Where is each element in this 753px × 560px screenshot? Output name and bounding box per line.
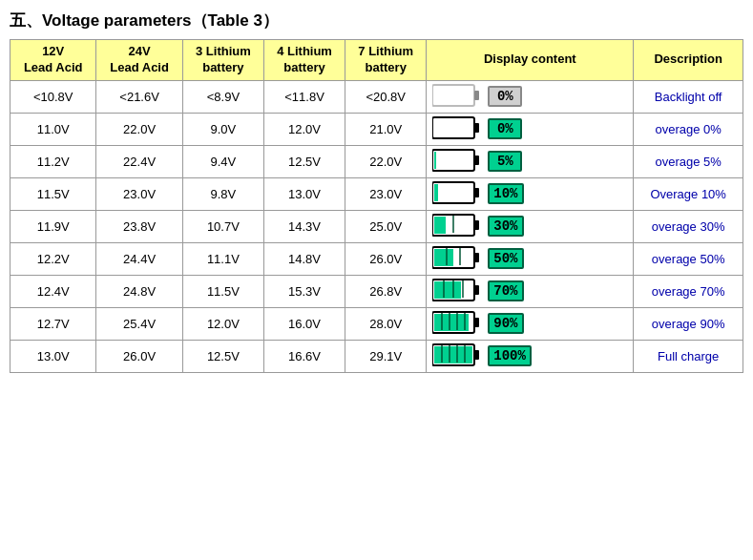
- cell-v7: 29.1V: [345, 340, 427, 372]
- header-3li: 3 Lithiumbattery: [182, 40, 263, 81]
- header-7li: 7 Lithiumbattery: [345, 40, 427, 81]
- battery-icon: [432, 181, 485, 207]
- cell-v4: 12.5V: [263, 145, 345, 177]
- table-row: 12.7V25.4V12.0V16.0V28.0V 90%overage 90%: [10, 307, 743, 340]
- svg-rect-13: [474, 220, 479, 230]
- cell-display: 0%: [427, 80, 634, 113]
- cell-v4: 15.3V: [263, 275, 345, 307]
- cell-v4: 16.0V: [263, 307, 345, 340]
- cell-v12: 12.7V: [10, 307, 96, 340]
- lcd-display: 100%: [488, 345, 532, 366]
- table-row: 12.2V24.4V11.1V14.8V26.0V 50%overage 50%: [10, 242, 743, 275]
- svg-rect-6: [474, 156, 479, 165]
- page-title: 五、Voltage parameters（Table 3）: [10, 10, 743, 31]
- cell-display: 100%: [427, 340, 634, 372]
- svg-rect-24: [474, 285, 479, 295]
- svg-rect-7: [432, 182, 474, 203]
- cell-v3: 9.0V: [182, 113, 263, 145]
- battery-icon: [432, 246, 485, 272]
- cell-v4: 13.0V: [263, 177, 345, 210]
- svg-rect-9: [474, 188, 479, 197]
- svg-rect-15: [434, 249, 453, 266]
- table-row: 13.0V26.0V12.5V16.6V29.1V 100%Full charg…: [10, 340, 743, 372]
- cell-v24: 26.0V: [96, 340, 182, 372]
- svg-rect-18: [474, 253, 479, 262]
- cell-v3: 11.1V: [182, 242, 263, 275]
- cell-v7: 26.8V: [345, 275, 427, 307]
- header-12v: 12VLead Acid: [10, 40, 96, 81]
- battery-icon: [432, 279, 485, 304]
- header-display: Display content: [427, 40, 634, 81]
- svg-rect-11: [434, 217, 446, 234]
- header-description: Description: [634, 40, 743, 81]
- table-row: 11.2V22.4V9.4V12.5V22.0V 5%overage 5%: [10, 145, 743, 177]
- lcd-display: 0%: [488, 118, 522, 139]
- battery-icon: [432, 149, 485, 175]
- svg-rect-8: [434, 184, 438, 201]
- svg-rect-38: [474, 350, 479, 360]
- lcd-display: 90%: [488, 313, 523, 334]
- cell-v4: <11.8V: [263, 80, 345, 113]
- cell-v3: 10.7V: [182, 210, 263, 242]
- cell-description: overage 70%: [634, 275, 743, 307]
- cell-display: 90%: [427, 307, 634, 340]
- cell-v12: 11.0V: [10, 113, 96, 145]
- cell-v7: 21.0V: [345, 113, 427, 145]
- svg-rect-20: [434, 281, 461, 299]
- cell-v3: 12.5V: [182, 340, 263, 372]
- cell-v7: 26.0V: [345, 242, 427, 275]
- cell-description: Backlight off: [634, 80, 743, 113]
- table-row: 11.9V23.8V10.7V14.3V25.0V 30%overage 30%: [10, 210, 743, 242]
- cell-display: 5%: [427, 145, 634, 177]
- battery-icon: [432, 311, 485, 337]
- svg-rect-5: [434, 152, 436, 169]
- lcd-display: 10%: [488, 183, 523, 204]
- cell-display: 10%: [427, 177, 634, 210]
- cell-v4: 14.3V: [263, 210, 345, 242]
- cell-v7: 22.0V: [345, 145, 427, 177]
- cell-v4: 14.8V: [263, 242, 345, 275]
- cell-v12: 12.4V: [10, 275, 96, 307]
- table-row: 11.5V23.0V9.8V13.0V23.0V 10%Overage 10%: [10, 177, 743, 210]
- cell-description: Overage 10%: [634, 177, 743, 210]
- svg-rect-1: [474, 91, 479, 100]
- cell-v3: 9.4V: [182, 145, 263, 177]
- cell-v3: 9.8V: [182, 177, 263, 210]
- cell-description: overage 90%: [634, 307, 743, 340]
- cell-v24: <21.6V: [96, 80, 182, 113]
- cell-v7: 25.0V: [345, 210, 427, 242]
- lcd-display: 0%: [488, 86, 522, 107]
- cell-display: 0%: [427, 113, 634, 145]
- cell-v24: 24.8V: [96, 275, 182, 307]
- cell-v7: 28.0V: [345, 307, 427, 340]
- table-row: 12.4V24.8V11.5V15.3V26.8V 70%overage 70%: [10, 275, 743, 307]
- battery-icon: [432, 343, 485, 369]
- cell-description: overage 30%: [634, 210, 743, 242]
- cell-v12: 11.5V: [10, 177, 96, 210]
- table-row: 11.0V22.0V9.0V12.0V21.0V 0%overage 0%: [10, 113, 743, 145]
- battery-icon: [432, 84, 485, 110]
- cell-v24: 22.0V: [96, 113, 182, 145]
- cell-v24: 22.4V: [96, 145, 182, 177]
- cell-v24: 23.0V: [96, 177, 182, 210]
- table-header-row: 12VLead Acid 24VLead Acid 3 Lithiumbatte…: [10, 40, 743, 81]
- svg-rect-0: [432, 85, 474, 106]
- cell-description: overage 5%: [634, 145, 743, 177]
- lcd-display: 70%: [488, 280, 523, 301]
- cell-description: Full charge: [634, 340, 743, 372]
- cell-v4: 16.6V: [263, 340, 345, 372]
- svg-rect-2: [432, 117, 474, 138]
- header-24v: 24VLead Acid: [96, 40, 182, 81]
- cell-display: 70%: [427, 275, 634, 307]
- cell-v12: 11.9V: [10, 210, 96, 242]
- cell-v3: 11.5V: [182, 275, 263, 307]
- cell-v3: <8.9V: [182, 80, 263, 113]
- cell-description: overage 50%: [634, 242, 743, 275]
- cell-v24: 24.4V: [96, 242, 182, 275]
- cell-description: overage 0%: [634, 113, 743, 145]
- cell-v7: 23.0V: [345, 177, 427, 210]
- table-row: <10.8V<21.6V<8.9V<11.8V<20.8V 0%Backligh…: [10, 80, 743, 113]
- svg-rect-31: [474, 318, 479, 327]
- cell-v24: 23.8V: [96, 210, 182, 242]
- battery-icon: [432, 116, 485, 142]
